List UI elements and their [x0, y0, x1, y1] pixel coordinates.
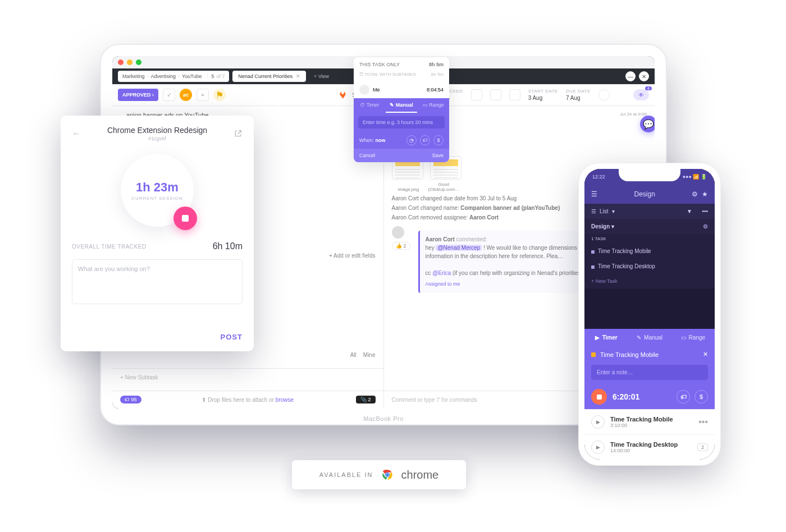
note-input[interactable] — [72, 259, 243, 304]
breadcrumb-space: Advertising — [151, 74, 176, 79]
note-input[interactable] — [591, 365, 708, 380]
avatar — [359, 85, 369, 95]
tab-timer[interactable]: ⏱ Timer — [354, 98, 386, 113]
chrome-badge[interactable]: AVAILABLE IN chrome — [292, 460, 466, 489]
new-subtask[interactable]: + New Subtask — [112, 368, 383, 386]
post-button[interactable]: POST — [221, 333, 243, 341]
task-title: Chrome Extension Redesign — [107, 126, 207, 135]
new-task-button[interactable]: + New Task — [584, 274, 715, 288]
close-icon[interactable]: ✕ — [296, 74, 300, 79]
save-button[interactable]: Save — [432, 153, 444, 158]
tag-icon[interactable]: 🏷 — [677, 390, 690, 403]
overall-value: 6h 10m — [213, 241, 243, 251]
assignee-avatar[interactable]: ac — [180, 89, 192, 101]
list-item[interactable]: Time Tracking Mobile — [584, 244, 715, 259]
dollar-icon[interactable]: $ — [694, 390, 708, 403]
chrome-extension-card: ← Chrome Extension Redesign #1cgv6f 1h 2… — [61, 116, 254, 351]
add-edit-fields[interactable]: + Add or edit fields — [329, 253, 376, 259]
status-pill[interactable]: APPROVED › — [118, 89, 158, 101]
comment-avatar — [392, 226, 404, 239]
stop-button[interactable] — [173, 207, 197, 230]
stop-button[interactable] — [591, 389, 607, 405]
time-entry[interactable]: ▶ Time Tracking Mobile3:10:00 ••• — [584, 409, 715, 434]
user-mention[interactable]: @Erica — [432, 270, 451, 276]
task-count: 1 TASK — [584, 234, 715, 244]
task-toolbar: APPROVED › ✓ ac + ⚑ Share ••• — [112, 84, 383, 106]
tab-timer[interactable]: ▶ Timer — [584, 329, 628, 346]
tag-count-badge[interactable]: 🏷 95 — [120, 396, 141, 403]
tab-manual[interactable]: ✎ Manual — [386, 98, 418, 113]
time-entry[interactable]: ▶ Time Tracking Desktop14:00:00 2 — [584, 434, 715, 460]
breadcrumb[interactable]: Marketing› Advertising› YouTube 5 of 7 — [118, 71, 229, 82]
attachment-dropzone[interactable]: 🏷 95 ⬆ Drop files here to attach or brow… — [112, 391, 383, 409]
meta-icon[interactable] — [509, 89, 520, 100]
attachment-count-badge[interactable]: 📎 2 — [356, 396, 376, 403]
view-selector[interactable]: ☰ List ▾ — [591, 208, 615, 214]
iphone-frame: 12:22 ●●● 📶 🔋 ☰ Design ⚙ ★ ☰ List ▾ ▼ ••… — [578, 163, 721, 466]
chrome-icon — [380, 467, 395, 482]
view-tab[interactable]: Nenad Current Priorities ✕ — [232, 71, 306, 82]
tab-range[interactable]: ▭ Range — [417, 98, 449, 113]
menu-icon[interactable]: ☰ — [591, 190, 597, 198]
current-task[interactable]: Time Tracking Mobile ✕ — [584, 346, 715, 363]
meta-icon[interactable] — [471, 89, 482, 100]
chat-fab-icon[interactable]: 💬 — [640, 116, 655, 132]
task-id: #1cgv6f — [107, 136, 207, 141]
overall-label: OVERALL TIME TRACKED — [72, 244, 147, 250]
time-tracking-popover: THIS TASK ONLY8h 5m ☰ TOTAL WITH SUBTASK… — [354, 57, 449, 162]
meta-icon[interactable] — [598, 89, 610, 100]
close-icon[interactable]: ✕ — [639, 71, 649, 81]
play-icon[interactable]: ▶ — [591, 441, 605, 454]
check-icon[interactable]: ✓ — [163, 89, 175, 101]
star-icon[interactable]: ★ — [702, 190, 708, 198]
priority-flag-icon[interactable]: ⚑ — [213, 89, 226, 101]
minimize-icon[interactable]: — — [625, 71, 636, 81]
gear-icon[interactable]: ⚙ — [703, 223, 708, 230]
gear-icon[interactable]: ⚙ — [692, 190, 698, 198]
dollar-icon[interactable]: $ — [433, 135, 444, 145]
mobile-header: ☰ Design ⚙ ★ — [584, 185, 715, 204]
like-button[interactable]: 👍 2 — [392, 242, 410, 250]
breadcrumb-folder: YouTube — [182, 74, 202, 79]
tag-icon[interactable]: 🏷 — [420, 135, 430, 145]
gitlab-icon[interactable] — [339, 90, 348, 99]
play-icon[interactable]: ▶ — [591, 415, 605, 429]
open-external-icon[interactable] — [234, 129, 243, 138]
back-icon[interactable]: ← — [72, 129, 81, 139]
meta-icon[interactable] — [490, 89, 501, 100]
running-timer: 6:20:01 🏷 $ — [584, 384, 715, 409]
watchers-button[interactable]: 👁4 — [633, 89, 649, 100]
entry-count: 2 — [697, 443, 708, 451]
add-assignee-icon[interactable]: + — [196, 89, 209, 101]
tab-range[interactable]: ▭ Range — [671, 329, 715, 346]
more-icon[interactable]: ••• — [698, 417, 708, 427]
svg-point-2 — [386, 473, 389, 476]
user-mention[interactable]: @Nenad Mercep — [436, 245, 482, 251]
billable-icon[interactable]: ◔ — [406, 135, 417, 145]
time-input[interactable] — [358, 116, 445, 129]
filter-mine[interactable]: Mine — [363, 352, 376, 358]
filter-icon[interactable]: ▼ — [687, 208, 692, 214]
cancel-button[interactable]: Cancel — [359, 153, 375, 158]
breadcrumb-workspace: Marketing — [122, 74, 145, 79]
tab-manual[interactable]: ✎ Manual — [628, 329, 671, 346]
filter-all[interactable]: All — [350, 352, 357, 358]
list-item[interactable]: Time Tracking Desktop — [584, 259, 715, 274]
more-icon[interactable]: ••• — [702, 208, 708, 214]
add-view-button[interactable]: + View — [314, 74, 329, 79]
session-timer: 1h 23m CURRENT SESSION — [121, 154, 194, 227]
tracking-mode-tabs[interactable]: ▶ Timer ✎ Manual ▭ Range — [584, 329, 715, 346]
tracking-mode-tabs[interactable]: ⏱ Timer ✎ Manual ▭ Range — [354, 98, 449, 113]
close-icon[interactable]: ✕ — [703, 351, 708, 358]
section-header[interactable]: Design ▾ ⚙ — [584, 219, 715, 234]
